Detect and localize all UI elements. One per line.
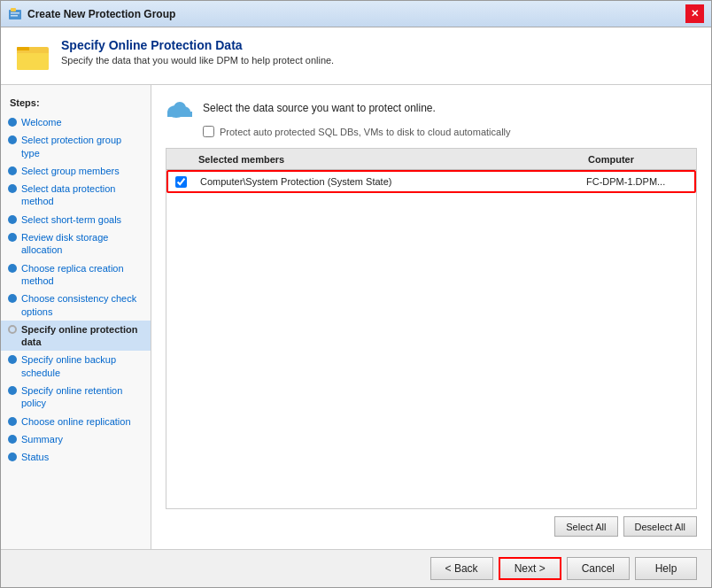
sidebar-label-consistency-check: Choose consistency check options	[21, 292, 142, 318]
table-row[interactable]: Computer\System Protection (System State…	[166, 170, 696, 193]
td-member: Computer\System Protection (System State…	[193, 176, 579, 187]
bullet-consistency-check	[8, 294, 17, 303]
deselect-all-button[interactable]: Deselect All	[623, 516, 697, 537]
svg-rect-12	[167, 112, 192, 117]
back-button[interactable]: < Back	[430, 557, 493, 580]
instruction-row: Select the data source you want to prote…	[166, 97, 697, 119]
bullet-welcome	[8, 118, 17, 127]
sidebar-label-disk-storage: Review disk storage allocation	[21, 231, 142, 257]
bullet-online-backup-schedule	[8, 355, 17, 364]
title-bar: Create New Protection Group ✕	[1, 1, 711, 27]
td-check	[168, 176, 193, 188]
bullet-protection-group-type	[8, 135, 17, 144]
steps-label: Steps:	[1, 94, 151, 113]
sidebar-label-welcome: Welcome	[21, 116, 62, 128]
sidebar-label-data-protection: Select data protection method	[21, 182, 142, 208]
close-button[interactable]: ✕	[685, 4, 704, 23]
sidebar-label-online-retention-policy: Specify online retention policy	[21, 384, 142, 410]
svg-rect-7	[17, 50, 49, 53]
sidebar-label-group-members: Select group members	[21, 165, 120, 177]
next-button[interactable]: Next >	[499, 557, 561, 580]
help-button[interactable]: Help	[635, 557, 697, 580]
members-table: Selected members Computer Computer\Syste…	[166, 148, 697, 509]
main-window: Create New Protection Group ✕ Specify On…	[0, 0, 712, 588]
sidebar-label-online-backup-schedule: Specify online backup schedule	[21, 353, 142, 379]
sidebar-label-online-protection-data: Specify online protection data	[21, 323, 142, 349]
th-member: Selected members	[191, 154, 581, 165]
sidebar-item-summary[interactable]: Summary	[1, 430, 151, 448]
sidebar-label-online-replication: Choose online replication	[21, 415, 131, 428]
auto-protect-row: Protect auto protected SQL DBs, VMs to d…	[203, 126, 697, 137]
cancel-button[interactable]: Cancel	[567, 557, 630, 580]
bullet-disk-storage	[8, 233, 17, 242]
bullet-replica-creation	[8, 264, 17, 273]
bullet-online-retention-policy	[8, 386, 17, 395]
cloud-icon	[166, 97, 194, 119]
sidebar-label-status: Status	[21, 451, 49, 463]
sidebar-item-data-protection[interactable]: Select data protection method	[1, 180, 151, 211]
auto-protect-checkbox[interactable]	[203, 126, 214, 137]
select-all-button[interactable]: Select All	[554, 516, 617, 537]
sidebar-item-disk-storage[interactable]: Review disk storage allocation	[1, 228, 151, 259]
svg-rect-1	[11, 8, 16, 12]
td-computer: FC-DPM-1.DPM...	[579, 176, 694, 187]
header-area: Specify Online Protection Data Specify t…	[1, 27, 711, 85]
svg-rect-3	[11, 15, 18, 17]
bullet-group-members	[8, 166, 17, 175]
sidebar-item-online-backup-schedule[interactable]: Specify online backup schedule	[1, 351, 151, 382]
header-text: Specify Online Protection Data Specify t…	[61, 38, 334, 66]
sidebar-label-protection-group-type: Select protection group type	[21, 134, 142, 159]
sidebar-item-status[interactable]: Status	[1, 448, 151, 466]
bullet-online-replication	[8, 417, 17, 426]
bottom-buttons-row: Select All Deselect All	[166, 509, 697, 537]
bullet-data-protection	[8, 184, 17, 193]
instruction-text: Select the data source you want to prote…	[203, 102, 436, 114]
sidebar-item-welcome[interactable]: Welcome	[1, 113, 151, 131]
auto-protect-label[interactable]: Protect auto protected SQL DBs, VMs to d…	[220, 127, 511, 137]
bullet-online-protection-data	[8, 325, 17, 334]
th-computer: Computer	[581, 154, 696, 165]
sidebar-item-protection-group-type[interactable]: Select protection group type	[1, 131, 151, 162]
sidebar-item-replica-creation[interactable]: Choose replica creation method	[1, 259, 151, 290]
sidebar: Steps: Welcome Select protection group t…	[1, 85, 151, 549]
content-area: Steps: Welcome Select protection group t…	[1, 85, 711, 549]
sidebar-label-summary: Summary	[21, 433, 63, 445]
bullet-status	[8, 453, 17, 461]
folder-icon	[15, 38, 50, 74]
main-panel: Select the data source you want to prote…	[151, 85, 711, 549]
header-title: Specify Online Protection Data	[61, 38, 334, 52]
svg-rect-5	[17, 50, 49, 70]
bullet-short-term-goals	[8, 215, 17, 224]
sidebar-item-online-retention-policy[interactable]: Specify online retention policy	[1, 382, 151, 413]
header-subtitle: Specify the data that you would like DPM…	[61, 55, 334, 66]
sidebar-item-consistency-check[interactable]: Choose consistency check options	[1, 290, 151, 321]
table-body: Computer\System Protection (System State…	[166, 170, 696, 508]
window-icon	[8, 7, 22, 21]
sidebar-item-online-replication[interactable]: Choose online replication	[1, 413, 151, 430]
svg-rect-2	[11, 12, 19, 14]
sidebar-item-short-term-goals[interactable]: Select short-term goals	[1, 211, 151, 228]
sidebar-item-group-members[interactable]: Select group members	[1, 162, 151, 180]
table-header: Selected members Computer	[166, 149, 696, 170]
sidebar-label-replica-creation: Choose replica creation method	[21, 262, 142, 288]
dialog-footer: < Back Next > Cancel Help	[1, 549, 711, 587]
window-title: Create New Protection Group	[27, 8, 685, 20]
sidebar-label-short-term-goals: Select short-term goals	[21, 213, 121, 226]
bullet-summary	[8, 435, 17, 444]
sidebar-item-online-protection-data[interactable]: Specify online protection data	[1, 321, 151, 352]
row-checkbox[interactable]	[175, 176, 187, 188]
